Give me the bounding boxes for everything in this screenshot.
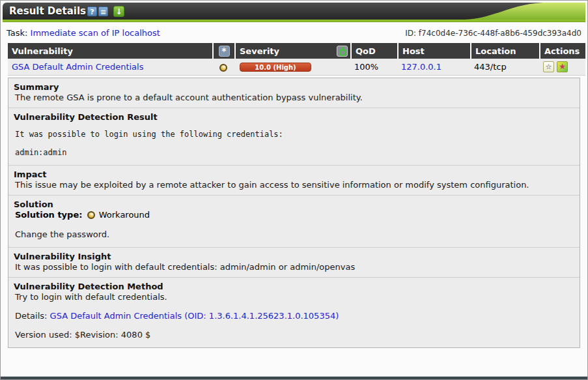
solution-type-line: Solution type: Workaround bbox=[14, 210, 574, 220]
id-value: f74c0d4e-736c-448f-a8b6-459dc393a4d0 bbox=[419, 29, 581, 38]
col-header-severity: Severity bbox=[234, 43, 350, 59]
page-title: Result Details bbox=[9, 5, 86, 17]
col-header-location: Location bbox=[470, 43, 539, 59]
col-header-actions: Actions bbox=[539, 43, 585, 59]
vulnerability-cell: GSA Default Admin Credentials bbox=[8, 59, 212, 76]
window-bottom-edge bbox=[1, 376, 587, 379]
result-id: ID: f74c0d4e-736c-448f-a8b6-459dc393a4d0 bbox=[405, 28, 581, 38]
section-impact: Impact This issue may be exploited by a … bbox=[8, 165, 580, 195]
qod-cell: 100% bbox=[350, 59, 397, 76]
col-header-host: Host bbox=[397, 43, 470, 59]
section-insight: Vulnerability Insight It was possible to… bbox=[8, 247, 580, 277]
section-summary: Summary The remote GSA is prone to a def… bbox=[8, 78, 580, 108]
add-override-icon[interactable]: ★ bbox=[557, 61, 568, 72]
severity-header-label: Severity bbox=[240, 46, 279, 56]
section-detection-result: Vulnerability Detection Result It was po… bbox=[8, 108, 580, 165]
impact-title: Impact bbox=[14, 169, 574, 179]
summary-title: Summary bbox=[14, 82, 574, 92]
id-label: ID: bbox=[405, 29, 416, 38]
impact-body: This issue may be exploited by a remote … bbox=[14, 180, 574, 190]
workaround-icon bbox=[219, 64, 227, 72]
insight-body: It was possible to login with default cr… bbox=[14, 262, 574, 272]
detection-method-title: Vulnerability Detection Method bbox=[14, 282, 574, 291]
solution-type-label: Solution type: bbox=[15, 210, 82, 220]
task-line: ID: f74c0d4e-736c-448f-a8b6-459dc393a4d0… bbox=[3, 22, 585, 43]
actions-cell: ☆ ★ bbox=[539, 59, 585, 76]
host-cell: 127.0.0.1 bbox=[397, 59, 470, 76]
solution-type-cell bbox=[212, 59, 234, 76]
list-icon[interactable]: ≡ bbox=[98, 7, 108, 16]
table-header-row: Vulnerability * Severity QoD Host Locati… bbox=[8, 43, 585, 59]
solution-type-value: Workaround bbox=[99, 210, 150, 220]
add-note-icon[interactable]: ☆ bbox=[543, 61, 554, 72]
section-detection-method: Vulnerability Detection Method Try to lo… bbox=[8, 277, 580, 347]
solution-type-icon: * bbox=[219, 46, 230, 57]
solution-body: Change the password. bbox=[14, 229, 574, 239]
col-header-vulnerability: Vulnerability bbox=[8, 43, 212, 59]
title-bar: Result Details ? ≡ ↓ bbox=[3, 3, 585, 20]
nvt-details-link[interactable]: GSA Default Admin Credentials (OID: 1.3.… bbox=[50, 311, 339, 321]
details-label: Details: bbox=[15, 311, 47, 321]
location-cell: 443/tcp bbox=[470, 59, 539, 76]
vulnerability-link[interactable]: GSA Default Admin Credentials bbox=[12, 62, 143, 72]
detail-sections: Summary The remote GSA is prone to a def… bbox=[8, 78, 580, 348]
detection-result-line1: It was possible to login using the follo… bbox=[14, 130, 574, 139]
version-line: Version used: $Revision: 4080 $ bbox=[14, 330, 574, 340]
col-header-solution-type: * bbox=[212, 43, 234, 59]
summary-body: The remote GSA is prone to a default acc… bbox=[14, 93, 574, 102]
task-link[interactable]: Immediate scan of IP localhost bbox=[31, 28, 160, 38]
severity-cell: 10.0 (High) bbox=[234, 59, 350, 76]
solution-title: Solution bbox=[14, 199, 574, 209]
workaround-icon bbox=[87, 211, 95, 219]
details-line: Details: GSA Default Admin Credentials (… bbox=[14, 311, 574, 321]
help-icon[interactable]: ? bbox=[87, 7, 97, 16]
detection-result-line2: admin:admin bbox=[14, 148, 574, 157]
section-solution: Solution Solution type: Workaround Chang… bbox=[8, 195, 580, 247]
green-swoosh-decoration bbox=[465, 3, 585, 20]
result-details-page: Result Details ? ≡ ↓ ID: f74c0d4e-736c-4… bbox=[0, 0, 588, 380]
insight-title: Vulnerability Insight bbox=[14, 252, 574, 261]
col-header-qod: QoD bbox=[350, 43, 397, 59]
detection-method-body: Try to login with default credentials. bbox=[14, 292, 574, 302]
result-table: Vulnerability * Severity QoD Host Locati… bbox=[8, 43, 585, 76]
host-link[interactable]: 127.0.0.1 bbox=[401, 62, 441, 72]
dynamic-severity-icon[interactable] bbox=[337, 46, 348, 57]
severity-bar: 10.0 (High) bbox=[240, 63, 311, 72]
detection-result-title: Vulnerability Detection Result bbox=[14, 112, 574, 122]
download-icon[interactable]: ↓ bbox=[113, 6, 124, 17]
task-label: Task: bbox=[7, 28, 27, 38]
table-row: GSA Default Admin Credentials 10.0 (High… bbox=[8, 59, 585, 76]
